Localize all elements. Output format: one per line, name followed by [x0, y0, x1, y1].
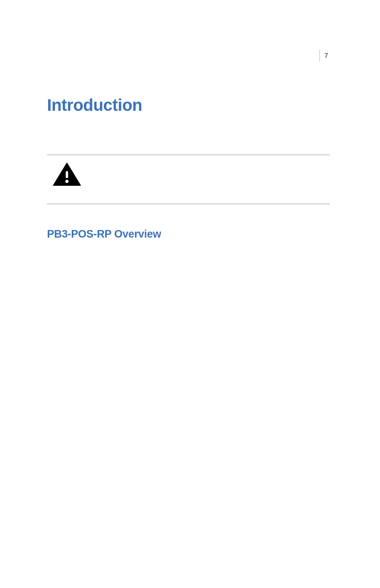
svg-rect-0 [66, 171, 68, 178]
svg-point-1 [65, 180, 69, 183]
content-area: Introduction PB3-POS-RP Overview [47, 96, 330, 240]
main-heading: Introduction [47, 96, 330, 115]
warning-box [47, 155, 330, 204]
page-number-divider [319, 50, 320, 62]
sub-heading: PB3-POS-RP Overview [47, 228, 330, 240]
page-number-container: 7 [319, 50, 328, 62]
page-number: 7 [325, 52, 328, 60]
warning-icon [53, 162, 81, 187]
